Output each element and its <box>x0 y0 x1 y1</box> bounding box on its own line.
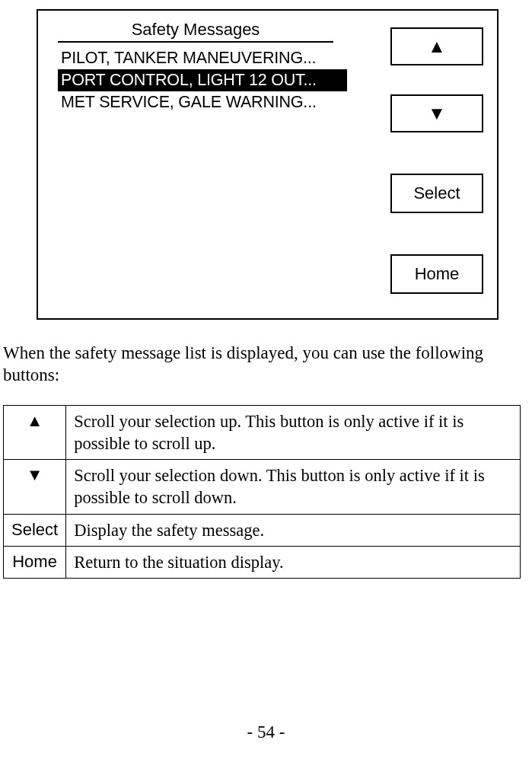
scroll-up-button[interactable]: ▲ <box>390 27 483 65</box>
home-button-label: Home <box>415 264 460 284</box>
device-screen-illustration: Safety Messages PILOT, TANKER MANEUVERIN… <box>37 9 499 320</box>
home-button[interactable]: Home <box>390 254 483 294</box>
page-number: - 54 - <box>0 722 532 742</box>
table-cell-icon: ▼ <box>4 460 66 515</box>
table-cell-desc: Return to the situation display. <box>66 546 521 578</box>
table-cell-icon: Select <box>4 514 66 546</box>
table-row: ▼ Scroll your selection down. This butto… <box>4 460 521 515</box>
select-button-label: Select <box>413 183 460 203</box>
table-cell-icon: Home <box>4 546 66 578</box>
table-cell-desc: Scroll your selection down. This button … <box>66 460 521 515</box>
screen-title: Safety Messages <box>58 20 333 40</box>
select-button[interactable]: Select <box>390 174 483 213</box>
button-description-table: ▲ Scroll your selection up. This button … <box>3 405 521 579</box>
side-button-column: ▲ ▼ Select Home <box>390 27 483 294</box>
table-cell-desc: Display the safety message. <box>66 514 521 546</box>
table-cell-desc: Scroll your selection up. This button is… <box>66 405 521 460</box>
message-list: PILOT, TANKER MANEUVERING... PORT CONTRO… <box>58 47 347 113</box>
message-item[interactable]: MET SERVICE, GALE WARNING... <box>58 91 347 113</box>
table-cell-icon: ▲ <box>4 405 66 460</box>
title-underline <box>58 41 333 43</box>
down-triangle-icon: ▼ <box>428 103 446 124</box>
up-triangle-icon: ▲ <box>428 36 446 57</box>
table-row: Home Return to the situation display. <box>4 546 521 578</box>
body-paragraph: When the safety message list is displaye… <box>3 343 524 387</box>
message-item-selected[interactable]: PORT CONTROL, LIGHT 12 OUT... <box>58 69 347 91</box>
message-item[interactable]: PILOT, TANKER MANEUVERING... <box>58 47 347 69</box>
table-row: Select Display the safety message. <box>4 514 521 546</box>
table-row: ▲ Scroll your selection up. This button … <box>4 405 521 460</box>
scroll-down-button[interactable]: ▼ <box>390 94 483 132</box>
